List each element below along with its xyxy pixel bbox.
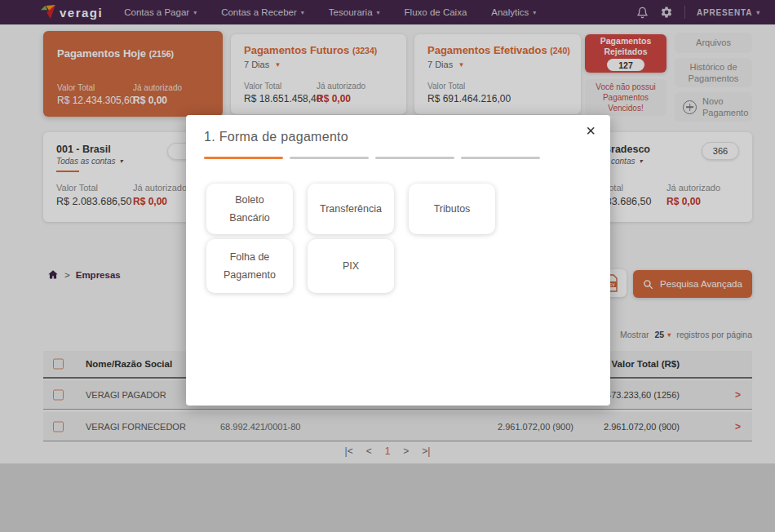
method-boleto-bancario[interactable]: Boleto Bancário bbox=[206, 184, 293, 234]
method-folha-de-pagamento[interactable]: Folha de Pagamento bbox=[206, 239, 293, 293]
step-1-active bbox=[204, 157, 283, 159]
step-progress bbox=[204, 157, 540, 159]
step-2 bbox=[290, 157, 369, 159]
modal-title: 1. Forma de pagamento bbox=[204, 130, 348, 144]
method-pix[interactable]: PIX bbox=[308, 239, 394, 293]
app-root: veragi Contas a Pagar ▾ Contas a Receber… bbox=[0, 0, 775, 532]
step-3 bbox=[375, 157, 454, 159]
payment-method-modal: 1. Forma de pagamento × Boleto Bancário … bbox=[186, 115, 610, 406]
close-icon[interactable]: × bbox=[586, 122, 596, 140]
method-tributos[interactable]: Tributos bbox=[409, 184, 495, 234]
step-4 bbox=[461, 157, 540, 159]
method-transferencia[interactable]: Transferência bbox=[308, 184, 394, 234]
